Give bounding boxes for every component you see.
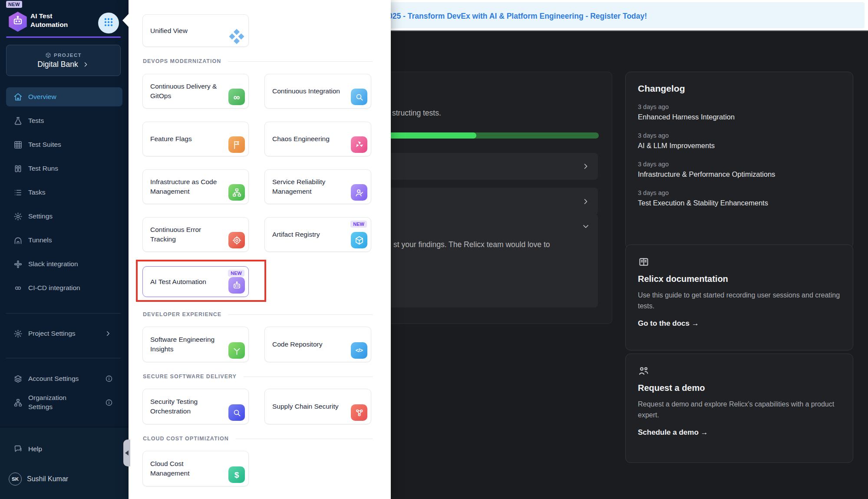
ai-test-automation-logo bbox=[8, 12, 28, 32]
module-grid-devops: Continuous Delivery & GitOps∞Continuous … bbox=[142, 74, 371, 252]
module-card-service-reliability-management[interactable]: Service Reliability Management bbox=[264, 169, 371, 204]
section-title: SECURE SOFTWARE DELIVERY bbox=[143, 373, 237, 380]
project-selector[interactable]: PROJECT Digital Bank bbox=[6, 45, 121, 76]
robot-icon bbox=[228, 277, 245, 294]
chevron-right-icon bbox=[82, 61, 89, 68]
module-card-supply-chain-security[interactable]: Supply Chain Security bbox=[264, 389, 371, 424]
module-card-chaos-engineering[interactable]: Chaos Engineering bbox=[264, 122, 371, 156]
gear-icon bbox=[13, 212, 23, 221]
module-card-continuous-integration[interactable]: Continuous Integration bbox=[264, 74, 371, 109]
sidebar-item-test-suites[interactable]: Test Suites bbox=[6, 135, 122, 154]
go-to-docs-link[interactable]: Go to the docs → bbox=[638, 319, 841, 328]
sidebar-item-organization-settings[interactable]: Organization Settings bbox=[6, 390, 122, 415]
help-button[interactable]: Help bbox=[6, 440, 122, 459]
header-accent-rule bbox=[6, 36, 121, 38]
new-badge: NEW bbox=[350, 221, 367, 228]
app-root: 025 - Transform DevEx with AI & Platform… bbox=[0, 0, 868, 499]
module-card-continuous-error-tracking[interactable]: Continuous Error Tracking bbox=[142, 217, 249, 252]
user-menu[interactable]: SK Sushil Kumar bbox=[9, 473, 68, 486]
robot-icon bbox=[12, 15, 24, 29]
sidebar-item-overview[interactable]: Overview bbox=[6, 87, 122, 106]
chevron-right-icon[interactable] bbox=[581, 197, 590, 206]
sidebar-item-settings[interactable]: Settings bbox=[6, 207, 122, 226]
documentation-description: Use this guide to get started recording … bbox=[638, 290, 841, 312]
sidebar-item-account-settings[interactable]: Account Settings bbox=[6, 369, 122, 388]
new-badge: NEW bbox=[6, 1, 22, 8]
flag-icon bbox=[228, 136, 245, 153]
grid-dots-icon bbox=[103, 17, 114, 30]
new-badge: NEW bbox=[228, 270, 244, 277]
module-grid-secure: Security Testing OrchestrationSupply Cha… bbox=[142, 389, 371, 424]
changelog-entry: 3 days agoEnhanced Harness Integration bbox=[638, 103, 841, 121]
sidebar-item-label: Tasks bbox=[28, 188, 46, 196]
module-card-feature-flags[interactable]: Feature Flags bbox=[142, 122, 249, 156]
sidebar-item-label: Settings bbox=[28, 212, 53, 220]
sidebar-item-label: CI-CD integration bbox=[28, 284, 80, 292]
infinity-icon: ∞ bbox=[228, 89, 245, 105]
person-check-icon bbox=[351, 184, 367, 201]
sidebar-item-slack-integration[interactable]: Slack integration bbox=[6, 254, 122, 274]
module-card-infrastructure-as-code-management[interactable]: Infrastructure as Code Management bbox=[142, 169, 249, 204]
app-switcher-button[interactable] bbox=[98, 13, 119, 33]
schedule-demo-link[interactable]: Schedule a demo → bbox=[638, 428, 841, 437]
module-card-security-testing-orchestration[interactable]: Security Testing Orchestration bbox=[142, 389, 249, 424]
org-icon bbox=[13, 398, 23, 407]
app-switcher-popover: Unified View DEVOPS MODERNIZATION Contin… bbox=[129, 0, 391, 499]
project-name: Digital Bank bbox=[37, 60, 78, 69]
link-icon bbox=[13, 284, 23, 293]
changelog-time: 3 days ago bbox=[638, 161, 841, 168]
demo-description: Request a demo and explore Relicx's capa… bbox=[638, 399, 841, 421]
demo-title: Request a demo bbox=[638, 383, 841, 393]
module-grid-cloudcost: Cloud Cost Management$ bbox=[142, 451, 371, 486]
runs-icon bbox=[13, 164, 23, 173]
module-card-cloud-cost-management[interactable]: Cloud Cost Management$ bbox=[142, 451, 249, 486]
grid-icon bbox=[13, 140, 23, 149]
sidebar-item-label: Tests bbox=[28, 117, 44, 125]
dollar-icon: $ bbox=[228, 466, 245, 483]
sidebar-item-label: Tunnels bbox=[28, 236, 52, 244]
sidebar: NEW AI Test Automation PROJECT Digital B… bbox=[0, 0, 129, 499]
chevron-right-icon bbox=[104, 330, 112, 337]
magnifier-icon bbox=[351, 89, 367, 105]
documentation-card: Relicx documentation Use this guide to g… bbox=[625, 245, 853, 350]
sidebar-item-tests[interactable]: Tests bbox=[6, 111, 122, 130]
app-title: AI Test Automation bbox=[30, 12, 91, 29]
project-cube-icon bbox=[45, 52, 51, 58]
book-icon bbox=[638, 256, 650, 268]
sidebar-item-ci-cd-integration[interactable]: CI-CD integration bbox=[6, 278, 122, 297]
module-card-artifact-registry[interactable]: NEWArtifact Registry bbox=[264, 217, 371, 252]
cube-icon bbox=[351, 232, 367, 248]
layers-icon bbox=[13, 374, 23, 383]
sidebar-item-tasks[interactable]: Tasks bbox=[6, 183, 122, 202]
changelog-time: 3 days ago bbox=[638, 103, 841, 110]
network-icon bbox=[351, 404, 367, 421]
changelog-text: AI & LLM Improvements bbox=[638, 142, 841, 150]
module-card-software-engineering-insights[interactable]: Software Engineering Insights bbox=[142, 327, 249, 362]
changelog-entry: 3 days agoAI & LLM Improvements bbox=[638, 132, 841, 150]
tunnel-icon bbox=[13, 236, 23, 245]
sidebar-item-label: Test Runs bbox=[28, 165, 58, 172]
section-title: CLOUD COST OPTIMIZATION bbox=[143, 436, 229, 442]
changelog-list: 3 days agoEnhanced Harness Integration3 … bbox=[638, 103, 841, 207]
sidebar-item-tunnels[interactable]: Tunnels bbox=[6, 231, 122, 250]
divider bbox=[6, 358, 121, 358]
chevron-right-icon[interactable] bbox=[581, 162, 590, 171]
code-icon: </> bbox=[351, 342, 367, 359]
module-card-unified-view[interactable]: Unified View bbox=[142, 14, 249, 47]
changelog-text: Enhanced Harness Integration bbox=[638, 113, 841, 121]
module-card-ai-test-automation[interactable]: NEW AI Test Automation bbox=[142, 266, 249, 297]
sidebar-collapse-handle[interactable] bbox=[123, 440, 130, 466]
popover-arrow bbox=[122, 13, 129, 27]
chevron-down-icon[interactable] bbox=[581, 222, 590, 231]
arrow-right-icon: → bbox=[692, 319, 699, 327]
sidebar-item-test-runs[interactable]: Test Runs bbox=[6, 159, 122, 178]
user-name: Sushil Kumar bbox=[27, 475, 68, 483]
module-card-code-repository[interactable]: Code Repository</> bbox=[264, 327, 371, 362]
expanded-row-text: st your findings. The Relicx team would … bbox=[393, 240, 550, 249]
sidebar-item-label: Overview bbox=[28, 93, 56, 101]
divider bbox=[6, 313, 121, 314]
sidebar-item-project-settings[interactable]: Project Settings bbox=[6, 324, 122, 343]
module-card-continuous-delivery-gitops[interactable]: Continuous Delivery & GitOps∞ bbox=[142, 74, 249, 109]
sidebar-footer: Help SK Sushil Kumar bbox=[0, 427, 129, 499]
promo-banner-text[interactable]: 025 - Transform DevEx with AI & Platform… bbox=[388, 2, 647, 30]
